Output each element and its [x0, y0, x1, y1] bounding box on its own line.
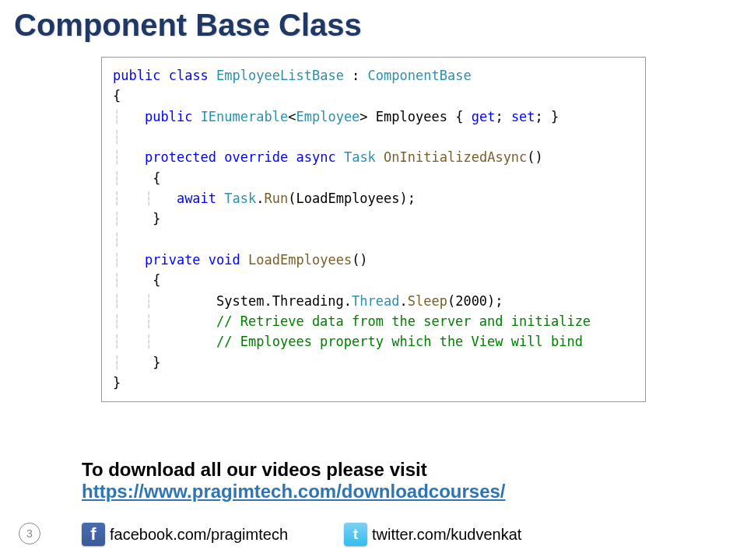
social-row: f facebook.com/pragimtech t twitter.com/…: [82, 523, 521, 546]
kw-set: set: [511, 109, 535, 124]
kw-public: public: [113, 68, 160, 83]
kw-get: get: [472, 109, 496, 124]
kw-void: void: [209, 252, 240, 268]
type-task: Task: [344, 149, 376, 165]
type-componentbase: ComponentBase: [368, 68, 472, 83]
slide-title: Component Base Class: [0, 0, 747, 43]
code-brace3: }: [121, 211, 160, 226]
code-brace2: {: [121, 170, 160, 186]
comment-2: // Employees property which the View wil…: [153, 334, 583, 349]
code-brace: {: [113, 88, 121, 103]
kw-private: private: [145, 252, 201, 268]
type-thread: Thread: [352, 293, 399, 309]
code-text: ; }: [535, 109, 559, 124]
facebook-icon[interactable]: f: [82, 523, 105, 546]
method-run: Run: [265, 191, 289, 206]
type-ienumerable: IEnumerable: [201, 109, 289, 124]
prop-employees: Employees {: [368, 109, 472, 124]
type-task2: Task: [224, 191, 256, 206]
method-sleep: Sleep: [408, 293, 447, 309]
code-sys: System.Threading.: [153, 293, 352, 309]
footer-text: To download all our videos please visit: [82, 459, 704, 481]
type-employeelistbase: EmployeeListBase: [216, 68, 344, 83]
footer-note: To download all our videos please visit …: [82, 459, 704, 502]
code-brace5: }: [121, 355, 160, 370]
code-block: public class EmployeeListBase : Componen…: [101, 57, 646, 402]
comment-1: // Retrieve data from the server and ini…: [153, 313, 591, 329]
facebook-text: facebook.com/pragimtech: [110, 526, 288, 544]
twitter-text: twitter.com/kudvenkat: [372, 526, 521, 544]
kw-await: await: [177, 191, 216, 206]
kw-class: class: [169, 68, 209, 83]
code-brace4: {: [121, 272, 160, 288]
method-loademployees: LoadEmployees: [248, 252, 352, 268]
code-call2: (2000);: [447, 293, 503, 309]
twitter-icon[interactable]: t: [344, 523, 367, 546]
type-employee: Employee: [296, 109, 359, 124]
kw-protected: protected: [145, 149, 216, 165]
download-link[interactable]: https://www.pragimtech.com/downloadcours…: [82, 481, 506, 502]
method-oninit: OnInitializedAsync: [384, 149, 527, 165]
code-call1: (LoadEmployees);: [288, 191, 416, 206]
page-number: 3: [19, 523, 40, 544]
kw-override: override: [224, 149, 288, 165]
kw-async: async: [296, 149, 335, 165]
kw-public2: public: [145, 109, 192, 124]
code-brace6: }: [113, 375, 121, 390]
